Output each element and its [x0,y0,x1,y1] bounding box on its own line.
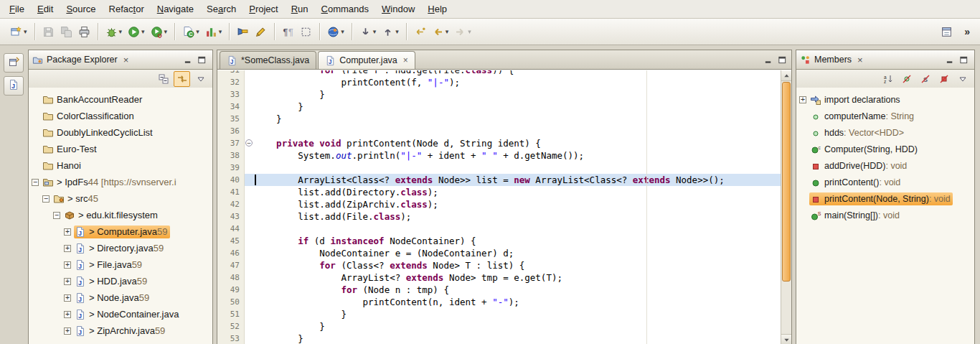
line-number[interactable]: 34 [217,101,245,113]
dropdown-caret-icon[interactable]: ▾ [141,29,145,35]
code-line[interactable]: 42 list.add(ZipArchiv.class); [217,198,791,210]
code-text[interactable] [255,223,791,235]
menu-navigate[interactable]: Navigate [151,1,200,17]
web-browser-button[interactable]: ▾ [324,20,347,43]
back-button[interactable]: ▾ [429,20,452,43]
tree-item-nodecontainer-java[interactable]: +J> NodeContainer.java [29,306,212,322]
expander-icon[interactable]: + [799,96,806,103]
view-menu-button[interactable] [954,71,971,87]
last-edit-location-button[interactable] [411,20,429,43]
code-line[interactable]: 46 NodeContainer e = (NodeContainer) d; [217,247,791,259]
line-number[interactable]: 39 [217,162,245,174]
line-number[interactable]: 32 [217,76,245,88]
fold-minus-icon[interactable]: − [245,139,253,147]
scrollbar-thumb[interactable] [782,82,791,282]
menu-help[interactable]: Help [421,1,453,17]
code-line[interactable]: 43 list.add(File.class); [217,210,791,223]
code-line[interactable]: 34 } [217,101,791,113]
member-item-hdds[interactable]: hdds : Vector<HDD> [796,124,974,141]
hide-fields-button[interactable] [898,71,915,87]
line-number[interactable]: 49 [217,284,245,296]
menu-window[interactable]: Window [375,1,421,17]
sort-button[interactable]: az [880,71,896,87]
tree-item-doublylinkedcycliclist[interactable]: DoublyLinkedCyclicList [29,124,212,141]
minimize-button[interactable] [943,54,957,66]
menu-source[interactable]: Source [60,1,102,17]
collapse-all-button[interactable] [155,71,171,87]
line-number[interactable]: 38 [217,149,245,162]
dropdown-caret-icon[interactable]: ▾ [395,29,399,35]
code-line[interactable]: 39 [217,162,791,174]
expander-icon[interactable]: + [64,245,71,252]
member-item-adddrive-hdd[interactable]: addDrive(HDD) : void [796,157,974,174]
run-button[interactable]: ▾ [125,20,148,43]
dropdown-caret-icon[interactable]: ▾ [196,29,199,35]
line-number[interactable]: 53 [217,333,245,344]
code-line[interactable]: 35 } [217,113,791,125]
line-number[interactable]: 35 [217,113,245,125]
code-line[interactable]: 36 [217,125,791,137]
code-text[interactable]: for (File f : hdd.get(File.class)) { [255,70,791,76]
line-number[interactable]: 41 [217,186,245,198]
dropdown-caret-icon[interactable]: ▾ [468,29,471,35]
code-text[interactable]: } [255,113,791,125]
dropdown-caret-icon[interactable]: ▾ [373,29,377,35]
expander-icon[interactable]: − [42,195,50,203]
code-line[interactable]: 47 for (Class<? extends Node> T : list) … [217,259,791,271]
scroll-down-button[interactable] [781,334,791,344]
line-number[interactable]: 51 [217,308,245,320]
dropdown-caret-icon[interactable]: ▾ [164,29,168,35]
maximize-button[interactable] [776,54,789,66]
menu-search[interactable]: Search [200,1,242,17]
code-line[interactable]: 38 System.out.println("|-" + ident + " "… [217,149,791,162]
maximize-button[interactable] [957,54,971,66]
tree-item-src[interactable]: −> src 45 [29,190,212,207]
code-text[interactable]: } [255,320,791,333]
code-text[interactable]: printContent(n, ident + "-"); [255,296,791,308]
expander-icon[interactable]: + [64,327,71,335]
tree-item-file-java[interactable]: +J> File.java 59 [29,256,212,273]
menu-edit[interactable]: Edit [31,1,60,17]
maximize-button[interactable] [195,54,209,66]
line-number[interactable]: 46 [217,247,245,259]
minimize-button[interactable] [182,54,195,66]
expander-icon[interactable]: + [64,294,71,302]
member-item-printcontent-node-string[interactable]: printContent(Node, String) : void [796,190,974,207]
line-number[interactable]: 37 [217,137,245,149]
expander-icon[interactable]: + [64,261,71,269]
line-number[interactable]: 47 [217,259,245,271]
code-text[interactable]: private void printContent(Node d, String… [255,137,791,149]
next-annotation-button[interactable]: ▾ [357,20,380,43]
code-line[interactable]: 37− private void printContent(Node d, St… [217,137,791,149]
dropdown-caret-icon[interactable]: ▾ [341,29,344,35]
code-line[interactable]: 41 list.add(Directory.class); [217,186,791,198]
external-tools-button[interactable]: Q▾ [148,20,171,43]
line-number[interactable]: 40 [217,174,245,186]
code-line[interactable]: 49 for (Node n : tmp) { [217,284,791,296]
close-icon[interactable]: × [855,55,865,65]
menu-project[interactable]: Project [242,1,284,17]
dropdown-caret-icon[interactable]: ▾ [119,29,123,35]
toolbar-overflow-button[interactable]: » [958,26,976,37]
tree-item-hdd-java[interactable]: +J> HDD.java 59 [29,273,212,289]
code-text[interactable]: } [255,101,791,113]
code-text[interactable] [255,162,791,174]
code-text[interactable]: ArrayList<Class<? extends Node>> list = … [255,174,791,186]
minimized-editor-button[interactable]: J [4,76,24,96]
line-number[interactable]: 52 [217,320,245,333]
close-icon[interactable]: × [121,55,131,65]
expander-icon[interactable]: − [53,212,60,219]
line-number[interactable]: 44 [217,223,245,235]
tree-item-directory-java[interactable]: +J> Directory.java 59 [29,240,212,256]
line-number[interactable]: 48 [217,271,245,284]
code-text[interactable]: NodeContainer e = (NodeContainer) d; [255,247,791,259]
member-item-printcontent[interactable]: printContent() : void [796,174,974,190]
line-number[interactable]: 42 [217,198,245,210]
dropdown-caret-icon[interactable]: ▾ [446,29,449,35]
code-line[interactable]: 50 printContent(n, ident + "-"); [217,296,791,308]
member-item-main-string[interactable]: Smain(String[]) : void [796,207,974,223]
hide-non-public-button[interactable] [936,71,952,87]
scroll-up-button[interactable] [781,70,791,81]
block-selection-button[interactable] [297,20,315,43]
save-all-button[interactable] [57,20,75,43]
